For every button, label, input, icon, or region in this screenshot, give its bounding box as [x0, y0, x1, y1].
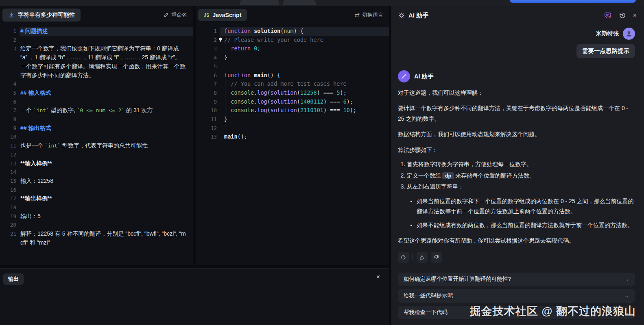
ai-paragraph: 数据结构方面，我们可以使用动态规划来解决这个问题。	[398, 129, 635, 139]
code-line-content: main();	[224, 132, 389, 141]
top-window-strip	[0, 0, 644, 6]
arrow-right-icon: →	[624, 292, 629, 299]
line-number: 2	[0, 36, 20, 45]
markdown-line[interactable]: 20	[0, 221, 193, 230]
code-line[interactable]: 7 // You can add more test cases here	[196, 80, 389, 89]
code-editor-panel: JS JavaScript ⇄ 切换语言 1function solution(…	[196, 6, 389, 265]
markdown-line[interactable]: 17**输出样例**	[0, 194, 193, 203]
rename-button[interactable]: 重命名	[163, 11, 187, 19]
browser-toolbar-button[interactable]	[510, 0, 636, 3]
markdown-line-content: 输出：5	[20, 212, 193, 221]
markdown-line-content	[20, 168, 193, 177]
browser-tab-stub[interactable]	[283, 0, 316, 5]
problem-markdown-editor[interactable]: 1# 问题描述2 3给定一个数字，我们按照如下规则把它翻译为字符串：0 翻译成 …	[0, 24, 193, 247]
switch-language-button[interactable]: ⇄ 切换语言	[355, 11, 383, 19]
code-line[interactable]: 13main();	[196, 132, 389, 141]
line-number: 11	[196, 115, 224, 124]
line-number: 5	[0, 89, 20, 98]
markdown-line-content	[20, 150, 193, 159]
markdown-line[interactable]: 16	[0, 186, 193, 195]
markdown-line[interactable]: 13**输入样例**	[0, 159, 193, 168]
thumbs-down-button[interactable]	[431, 252, 442, 263]
markdown-line[interactable]: 4	[0, 80, 193, 89]
ai-message-header: AI 助手	[398, 70, 635, 82]
code-line[interactable]: 6function main() {	[196, 71, 389, 80]
code-line[interactable]: 11}	[196, 115, 389, 124]
user-avatar[interactable]	[623, 28, 635, 40]
markdown-line[interactable]: 18	[0, 203, 193, 212]
markdown-line[interactable]: 7一个 `int` 型的数字, `0 <= num <= 2` 的 31 次方	[0, 106, 193, 115]
regenerate-button[interactable]	[398, 252, 409, 263]
thumbs-up-button[interactable]	[417, 252, 428, 263]
markdown-line[interactable]: 15输入：12258	[0, 177, 193, 186]
markdown-line[interactable]: 12	[0, 150, 193, 159]
line-number: 8	[196, 89, 224, 98]
ai-panel-title: AI 助手	[408, 12, 428, 20]
code-line-content: // Please write your code here	[224, 36, 389, 45]
code-line[interactable]: 2 // Please write your code here	[196, 36, 389, 45]
line-number: 7	[0, 106, 20, 115]
markdown-line[interactable]: 1# 问题描述	[0, 27, 193, 36]
suggestion-chip[interactable]: 如何确定从哪个位置开始计算翻译的可能性? →	[398, 273, 635, 286]
markdown-line[interactable]: 8	[0, 115, 193, 124]
ai-bullet: 如果当前位置的数字和下一个位置的数字组成的两位数在 0 - 25 之间，那么当前…	[417, 196, 635, 217]
history-icon[interactable]	[618, 11, 627, 20]
code-line[interactable]: 9 console.log(solution(1400112) === 6);	[196, 98, 389, 106]
output-tab[interactable]: 输出	[3, 273, 24, 285]
ai-close-icon[interactable]: ×	[633, 11, 637, 20]
markdown-line[interactable]: 21解释：12258 有 5 种不同的翻译，分别是 "bccfi", "bwfi…	[0, 230, 193, 247]
markdown-line[interactable]: 19输出：5	[0, 212, 193, 221]
new-chat-icon[interactable]	[604, 11, 612, 20]
line-number: 13	[0, 159, 20, 168]
code-line-content: }	[224, 115, 389, 124]
line-number: 9	[196, 98, 224, 106]
line-number: 6	[0, 98, 20, 106]
markdown-line[interactable]: 6	[0, 98, 193, 106]
ai-name: AI 助手	[414, 73, 434, 80]
markdown-line[interactable]: 14	[0, 168, 193, 177]
line-number: 1	[0, 27, 20, 36]
markdown-line[interactable]: 10	[0, 132, 193, 141]
code-line[interactable]: 5	[196, 62, 389, 71]
editor-header: JS JavaScript ⇄ 切换语言	[196, 6, 389, 24]
browser-tab-stub[interactable]	[240, 0, 279, 5]
problem-panel-header: 字符串有多少种可能性 重命名	[0, 6, 193, 24]
ai-header: AI 助手 ×	[391, 6, 644, 23]
problem-panel: 字符串有多少种可能性 重命名 1# 问题描述2 3给定一个数字，我们按照如下规则…	[0, 6, 193, 265]
code-editor[interactable]: 1function solution(num) {2 // Please wri…	[196, 24, 389, 141]
markdown-line-content	[20, 80, 193, 89]
code-line[interactable]: 3 return 0;	[196, 44, 389, 53]
line-number: 4	[196, 53, 224, 62]
markdown-line-content	[20, 203, 193, 212]
code-line-content: function main() {	[224, 71, 389, 80]
markdown-line[interactable]: 11也是一个 `int` 型数字，代表字符串的总共可能性	[0, 141, 193, 150]
suggestion-chip[interactable]: 给我一些代码提示吧 →	[398, 289, 635, 303]
code-line[interactable]: 4}	[196, 53, 389, 62]
markdown-line-content	[20, 221, 193, 230]
markdown-line[interactable]: 9## 输出格式	[0, 124, 193, 133]
download-icon	[8, 12, 15, 18]
markdown-line[interactable]: 3给定一个数字，我们按照如下规则把它翻译为字符串：0 翻译成 “a” ，1 翻译…	[0, 44, 193, 80]
code-line[interactable]: 1function solution(num) {	[196, 27, 389, 36]
line-number: 1	[196, 27, 224, 36]
ai-assistant-panel: AI 助手 × 米斯特张	[391, 6, 644, 325]
line-number: 17	[0, 194, 20, 203]
ai-paragraph: 对于这道题，我们可以这样理解：	[398, 88, 635, 98]
markdown-line-content: 也是一个 `int` 型数字，代表字符串的总共可能性	[20, 141, 193, 150]
code-line-content: // You can add more test cases here	[224, 80, 389, 89]
output-close-icon[interactable]: ×	[376, 273, 380, 281]
problem-title-tab[interactable]: 字符串有多少种可能性	[2, 9, 81, 22]
lightbulb-icon[interactable]	[218, 37, 223, 43]
code-line[interactable]: 8 console.log(solution(12258) === 5);	[196, 89, 389, 98]
ai-bullet: 如果不能组成有效的两位数，那么当前位置的翻译方法数就等于前一个位置的方法数。	[417, 220, 635, 230]
code-line[interactable]: 12	[196, 124, 389, 133]
markdown-line[interactable]: 2	[0, 36, 193, 45]
ai-paragraph: 算法步骤如下：	[398, 145, 635, 155]
language-tab[interactable]: JS JavaScript	[198, 9, 247, 21]
markdown-line-content	[20, 36, 193, 45]
chat-area: 米斯特张 需要一点思路提示 AI 助手 对于这道题，我们可以这样理解： 要计算一…	[391, 28, 644, 319]
code-line[interactable]: 10 console.log(solution(2110101) === 10)…	[196, 106, 389, 115]
line-number: 6	[196, 71, 224, 80]
message-action-row	[398, 252, 635, 263]
markdown-line[interactable]: 5## 输入格式	[0, 89, 193, 98]
